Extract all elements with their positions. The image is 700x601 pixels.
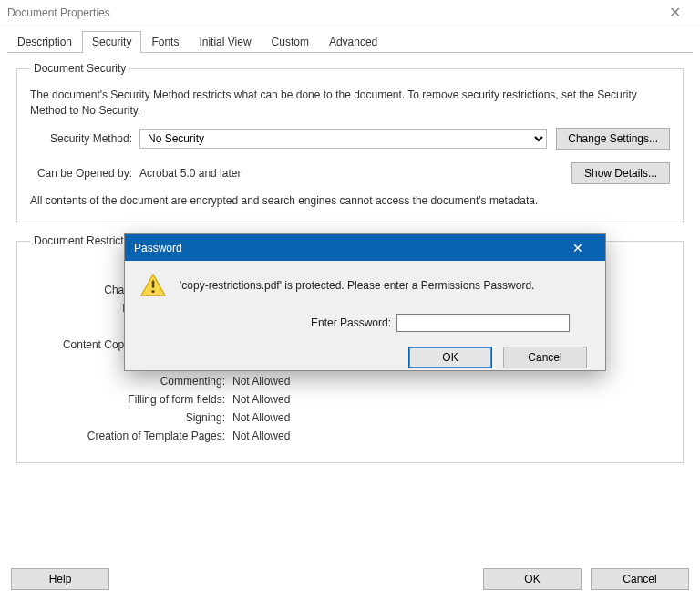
- restriction-row: Filling of form fields: Not Allowed: [30, 393, 670, 406]
- ok-button[interactable]: OK: [483, 568, 582, 590]
- window-close-button[interactable]: ✕: [656, 0, 693, 26]
- tabs: Description Security Fonts Initial View …: [7, 31, 693, 52]
- change-settings-button[interactable]: Change Settings...: [556, 128, 670, 150]
- password-dialog-titlebar: Password ✕: [125, 234, 605, 261]
- close-icon: ✕: [669, 4, 681, 21]
- password-dialog-close-button[interactable]: ✕: [560, 234, 596, 261]
- document-security-group: Document Security The document's Securit…: [16, 62, 684, 223]
- password-label: Enter Password:: [139, 316, 396, 329]
- svg-rect-1: [152, 280, 155, 287]
- tab-security[interactable]: Security: [82, 31, 141, 53]
- restriction-value: Not Allowed: [232, 430, 290, 442]
- restriction-label: Filling of form fields:: [30, 393, 232, 406]
- security-method-select[interactable]: No Security: [139, 129, 547, 149]
- warning-icon: [139, 272, 167, 299]
- window-titlebar: Document Properties ✕: [0, 0, 700, 26]
- svg-point-2: [151, 290, 154, 293]
- restriction-value: Not Allowed: [232, 393, 290, 406]
- tab-fonts[interactable]: Fonts: [141, 31, 189, 53]
- security-method-label: Security Method:: [30, 132, 139, 145]
- opened-by-label: Can be Opened by:: [30, 167, 139, 180]
- restriction-label: Creation of Template Pages:: [30, 430, 232, 442]
- password-dialog: Password ✕ 'copy-restrictions.pdf' is pr…: [124, 233, 606, 371]
- restriction-label: Signing:: [30, 411, 232, 424]
- restriction-value: Not Allowed: [232, 411, 290, 424]
- encryption-note: All contents of the document are encrypt…: [30, 193, 670, 209]
- cancel-button[interactable]: Cancel: [591, 568, 689, 590]
- tab-initial-view[interactable]: Initial View: [189, 31, 261, 53]
- close-icon: ✕: [572, 241, 583, 255]
- restriction-row: Signing: Not Allowed: [30, 411, 670, 424]
- password-ok-button[interactable]: OK: [408, 347, 492, 368]
- document-security-legend: Document Security: [30, 62, 129, 75]
- tab-description[interactable]: Description: [7, 31, 82, 53]
- tab-custom[interactable]: Custom: [262, 31, 319, 53]
- password-dialog-title: Password: [134, 242, 182, 254]
- help-button[interactable]: Help: [11, 568, 109, 590]
- password-input[interactable]: [396, 314, 570, 332]
- opened-by-value: Acrobat 5.0 and later: [139, 167, 562, 180]
- tab-advanced[interactable]: Advanced: [319, 31, 387, 53]
- password-dialog-message: 'copy-restrictions.pdf' is protected. Pl…: [180, 279, 591, 292]
- restriction-row: Creation of Template Pages: Not Allowed: [30, 430, 670, 442]
- dialog-footer: Help OK Cancel: [0, 557, 700, 601]
- show-details-button[interactable]: Show Details...: [571, 162, 670, 184]
- security-intro-text: The document's Security Method restricts…: [30, 88, 670, 119]
- window-title: Document Properties: [7, 6, 110, 19]
- password-cancel-button[interactable]: Cancel: [503, 347, 587, 368]
